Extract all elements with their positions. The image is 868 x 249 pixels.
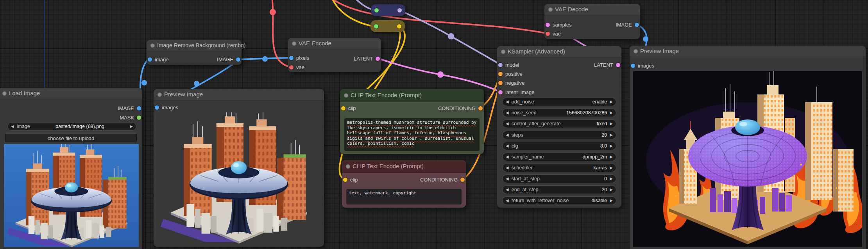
widget-next-arrow[interactable]: ▶ <box>610 153 613 161</box>
collapse-dot-icon[interactable] <box>346 164 350 169</box>
comfyui-graph-canvas[interactable]: Load Image IMAGE MASK ◀ image pasted/ima… <box>0 0 868 249</box>
reroute-node-model[interactable] <box>371 4 405 16</box>
city-illustration <box>4 144 139 247</box>
upload-button[interactable]: choose file to upload <box>5 134 137 142</box>
image-file-selector[interactable]: ◀ image pasted/image (68).png ▶ <box>8 123 136 130</box>
generated-image-preview <box>633 71 862 247</box>
image-slot-dot[interactable] <box>631 64 635 68</box>
node-header[interactable]: CLIP Text Encode (Prompt) <box>342 160 466 173</box>
widget-prev-arrow[interactable]: ◀ <box>506 197 509 205</box>
widget-prev-arrow[interactable]: ◀ <box>506 120 509 128</box>
prompt-textarea[interactable]: metropolis-themed mushroom structure sur… <box>344 118 480 151</box>
widget-prev-arrow[interactable]: ◀ <box>506 109 509 117</box>
widget-return-with-leftover-noise[interactable]: ◀ return_with_leftover_noise disable ▶ <box>503 197 616 205</box>
node-vae-decode[interactable]: VAE Decode samples vae IMAGE <box>544 4 640 39</box>
input-slot-positive: positive <box>498 71 523 77</box>
model-slot-dot[interactable] <box>498 63 503 67</box>
clip-slot-dot[interactable] <box>343 178 347 182</box>
image-slot-dot[interactable] <box>289 56 294 60</box>
image-slot-dot[interactable] <box>635 23 639 27</box>
widget-next-arrow[interactable]: ▶ <box>610 197 613 205</box>
node-header[interactable]: Preview Image <box>630 46 866 57</box>
mask-slot-dot[interactable] <box>137 116 141 120</box>
clip-slot-dot[interactable] <box>341 106 345 110</box>
input-slot-latent-image: latent_image <box>498 89 534 95</box>
widget-next-arrow[interactable]: ▶ <box>610 175 613 183</box>
node-header[interactable]: VAE Decode <box>544 4 640 15</box>
widget-next-arrow[interactable]: ▶ <box>610 142 613 150</box>
widget-prev-arrow[interactable]: ◀ <box>506 142 509 150</box>
widget-next-arrow[interactable]: ▶ <box>610 109 613 117</box>
node-clip-text-encode-negative[interactable]: CLIP Text Encode (Prompt) clip CONDITION… <box>342 160 466 208</box>
widget-scheduler[interactable]: ◀ scheduler karras ▶ <box>503 164 616 172</box>
node-header[interactable]: Preview Image <box>154 89 324 100</box>
widget-prev-arrow[interactable]: ◀ <box>506 131 509 139</box>
input-slot-model: model <box>498 62 519 68</box>
widget-value: dpmpp_2m <box>546 154 607 160</box>
widget-start-at-step[interactable]: ◀ start_at_step 0 ▶ <box>503 175 616 183</box>
widget-prev-arrow[interactable]: ◀ <box>506 175 509 183</box>
node-ksampler-advanced[interactable]: KSampler (Advanced) model positive negat… <box>497 46 621 208</box>
reroute-input-dot[interactable] <box>374 24 378 28</box>
widget-next-arrow[interactable]: ▶ <box>130 123 133 130</box>
image-slot-dot[interactable] <box>137 106 141 110</box>
collapse-dot-icon[interactable] <box>157 92 162 97</box>
reroute-output-dot[interactable] <box>397 24 401 28</box>
reroute-input-dot[interactable] <box>374 8 379 12</box>
collapse-dot-icon[interactable] <box>634 49 638 53</box>
widget-prev-arrow[interactable]: ◀ <box>506 98 509 106</box>
widget-next-arrow[interactable]: ▶ <box>610 186 613 194</box>
node-preview-image-right[interactable]: Preview Image images <box>630 46 866 249</box>
widget-sampler-name[interactable]: ◀ sampler_name dpmpp_2m ▶ <box>503 153 616 161</box>
widget-next-arrow[interactable]: ▶ <box>610 131 613 139</box>
latent-slot-dot[interactable] <box>546 23 550 27</box>
slot-label: MASK <box>120 115 134 121</box>
image-slot-dot[interactable] <box>236 57 240 62</box>
collapse-dot-icon[interactable] <box>2 91 7 96</box>
widget-noise-seed[interactable]: ◀ noise_seed 156680208700286 ▶ <box>503 109 616 117</box>
collapse-dot-icon[interactable] <box>150 43 155 48</box>
widget-steps[interactable]: ◀ steps 20 ▶ <box>503 131 616 139</box>
widget-cfg[interactable]: ◀ cfg 8.0 ▶ <box>503 142 616 150</box>
widget-prev-arrow[interactable]: ◀ <box>506 164 509 172</box>
conditioning-slot-dot[interactable] <box>498 81 503 85</box>
collapse-dot-icon[interactable] <box>292 41 296 46</box>
node-header[interactable]: Image Remove Background (rembg) <box>147 40 242 51</box>
image-slot-dot[interactable] <box>148 57 152 62</box>
reroute-output-dot[interactable] <box>397 8 402 12</box>
widget-prev-arrow[interactable]: ◀ <box>506 153 509 161</box>
widget-next-arrow[interactable]: ▶ <box>610 164 613 172</box>
node-header[interactable]: Load Image <box>0 88 142 99</box>
collapse-dot-icon[interactable] <box>501 50 505 54</box>
vae-slot-dot[interactable] <box>546 32 550 36</box>
widget-control-after-generate[interactable]: ◀ control_after_generate fixed ▶ <box>503 120 616 128</box>
conditioning-slot-dot[interactable] <box>478 106 483 110</box>
node-vae-encode[interactable]: VAE Encode pixels vae LATENT <box>288 38 381 72</box>
widget-label: end_at_step <box>512 187 539 192</box>
node-load-image[interactable]: Load Image IMAGE MASK ◀ image pasted/ima… <box>0 88 142 249</box>
widget-add-noise[interactable]: ◀ add_noise enable ▶ <box>503 98 616 106</box>
node-rembg[interactable]: Image Remove Background (rembg) image IM… <box>147 40 242 65</box>
node-clip-text-encode-positive[interactable]: CLIP Text Encode (Prompt) clip CONDITION… <box>340 89 484 154</box>
collapse-dot-icon[interactable] <box>344 93 348 98</box>
node-preview-image-left[interactable]: Preview Image images <box>154 89 324 247</box>
image-slot-dot[interactable] <box>155 105 159 110</box>
widget-value: 156680208700286 <box>539 110 607 116</box>
latent-slot-dot[interactable] <box>498 90 503 94</box>
conditioning-slot-dot[interactable] <box>498 72 503 76</box>
node-header[interactable]: VAE Encode <box>288 38 381 49</box>
conditioning-slot-dot[interactable] <box>460 178 465 182</box>
widget-prev-arrow[interactable]: ◀ <box>506 186 509 194</box>
node-header[interactable]: CLIP Text Encode (Prompt) <box>340 89 484 102</box>
prompt-textarea[interactable]: text, watermark, copyright <box>346 189 462 205</box>
reroute-node-clip[interactable] <box>370 20 405 32</box>
widget-next-arrow[interactable]: ▶ <box>610 120 613 128</box>
latent-slot-dot[interactable] <box>376 57 380 61</box>
widget-prev-arrow[interactable]: ◀ <box>11 123 14 130</box>
widget-end-at-step[interactable]: ◀ end_at_step 20 ▶ <box>503 186 616 194</box>
node-header[interactable]: KSampler (Advanced) <box>497 46 621 57</box>
widget-next-arrow[interactable]: ▶ <box>610 98 613 106</box>
collapse-dot-icon[interactable] <box>548 7 553 12</box>
latent-slot-dot[interactable] <box>616 63 620 67</box>
vae-slot-dot[interactable] <box>289 65 294 69</box>
